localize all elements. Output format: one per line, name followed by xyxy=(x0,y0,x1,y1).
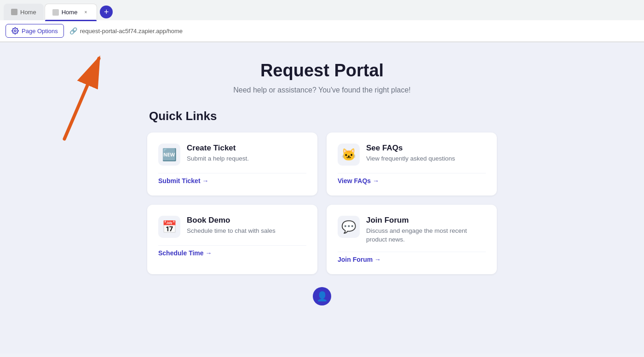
page-options-button[interactable]: Page Options xyxy=(6,24,64,38)
card-join-forum-header: 💬 Join Forum Discuss and engage the most… xyxy=(338,216,486,244)
quick-links-section: Quick Links 🆕 Create Ticket Submit a hel… xyxy=(147,109,497,274)
create-ticket-title: Create Ticket xyxy=(187,144,306,153)
card-book-demo-header: 📅 Book Demo Schedule time to chat with s… xyxy=(158,216,306,238)
address-bar: Page Options 🔗 request-portal-ac5f74.zap… xyxy=(0,20,644,42)
schedule-time-link[interactable]: Schedule Time → xyxy=(158,245,306,257)
view-faqs-link[interactable]: View FAQs → xyxy=(338,173,486,184)
create-ticket-text: Create Ticket Submit a help request. xyxy=(187,144,306,163)
see-faqs-text: See FAQs View frequently asked questions xyxy=(366,144,486,163)
cards-grid: 🆕 Create Ticket Submit a help request. S… xyxy=(147,132,497,274)
tab-inactive-home[interactable]: Home xyxy=(4,4,44,20)
main-content: Request Portal Need help or assistance? … xyxy=(0,42,644,353)
tab-inactive-label: Home xyxy=(20,9,36,16)
card-create-ticket-header: 🆕 Create Ticket Submit a help request. xyxy=(158,144,306,166)
gear-icon xyxy=(12,27,19,35)
new-tab-button[interactable]: + xyxy=(100,6,113,18)
tab-close-button[interactable]: × xyxy=(82,9,89,16)
book-demo-icon: 📅 xyxy=(158,216,180,238)
card-see-faqs[interactable]: 🐱 See FAQs View frequently asked questio… xyxy=(327,132,497,196)
bottom-avatar: 👤 xyxy=(313,287,331,305)
page-options-label: Page Options xyxy=(22,28,58,35)
card-see-faqs-header: 🐱 See FAQs View frequently asked questio… xyxy=(338,144,486,166)
book-demo-text: Book Demo Schedule time to chat with sal… xyxy=(187,216,306,236)
tab-home-icon xyxy=(11,9,17,15)
bottom-hint: 👤 xyxy=(9,287,635,305)
tab-bar: Home Home × + xyxy=(0,0,644,20)
tab-active-label: Home xyxy=(62,9,78,16)
new-tab-icon: + xyxy=(104,7,109,17)
heading-section: Request Portal Need help or assistance? … xyxy=(9,61,635,94)
url-bar[interactable]: 🔗 request-portal-ac5f74.zapier.app/home xyxy=(69,27,183,35)
see-faqs-title: See FAQs xyxy=(366,144,486,153)
join-forum-desc: Discuss and engage the most recent produ… xyxy=(366,227,486,244)
see-faqs-desc: View frequently asked questions xyxy=(366,155,486,163)
book-demo-desc: Schedule time to chat with sales xyxy=(187,227,306,236)
book-demo-title: Book Demo xyxy=(187,216,306,225)
join-forum-title: Join Forum xyxy=(366,216,486,225)
card-join-forum[interactable]: 💬 Join Forum Discuss and engage the most… xyxy=(327,205,497,274)
card-book-demo[interactable]: 📅 Book Demo Schedule time to chat with s… xyxy=(147,205,317,274)
see-faqs-icon: 🐱 xyxy=(338,144,360,166)
join-forum-text: Join Forum Discuss and engage the most r… xyxy=(366,216,486,244)
link-icon: 🔗 xyxy=(69,27,77,35)
page-subtitle: Need help or assistance? You've found th… xyxy=(9,86,635,94)
card-create-ticket[interactable]: 🆕 Create Ticket Submit a help request. S… xyxy=(147,132,317,196)
page-title: Request Portal xyxy=(9,61,635,81)
url-text: request-portal-ac5f74.zapier.app/home xyxy=(80,28,183,35)
join-forum-link[interactable]: Join Forum → xyxy=(338,252,486,263)
join-forum-icon: 💬 xyxy=(338,216,360,238)
section-title: Quick Links xyxy=(147,109,497,123)
tab-active-home[interactable]: Home × xyxy=(45,4,98,20)
browser-chrome: Home Home × + Page Options 🔗 request-por… xyxy=(0,0,644,42)
create-ticket-icon: 🆕 xyxy=(158,144,180,166)
create-ticket-desc: Submit a help request. xyxy=(187,155,306,163)
tab-active-icon xyxy=(52,9,59,16)
submit-ticket-link[interactable]: Submit Ticket → xyxy=(158,173,306,184)
